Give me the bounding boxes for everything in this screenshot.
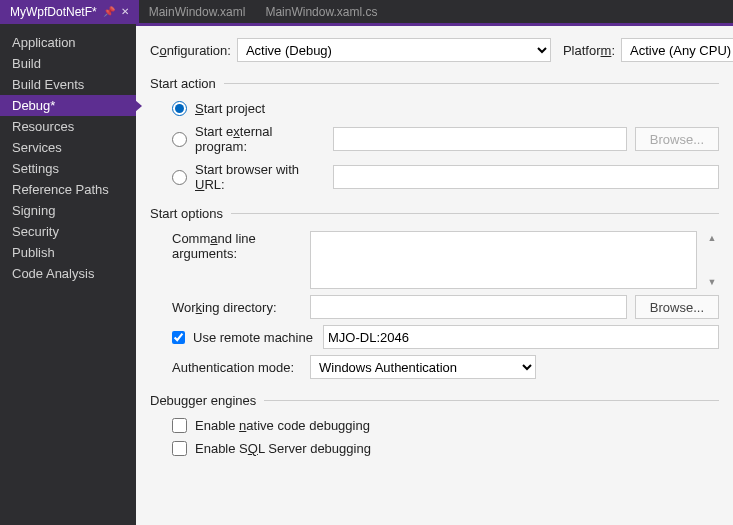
external-program-browse-button[interactable]: Browse... — [635, 127, 719, 151]
tab-label: MyWpfDotNetF* — [10, 5, 97, 19]
browser-url-input[interactable] — [333, 165, 719, 189]
scroll-up-icon[interactable]: ▲ — [705, 231, 719, 245]
start-project-label: Start project — [195, 101, 265, 116]
document-tabs: MyWpfDotNetF* 📌 ✕ MainWindow.xaml MainWi… — [0, 0, 733, 24]
tab-label: MainWindow.xaml.cs — [265, 5, 377, 19]
start-external-program-radio[interactable] — [172, 132, 187, 147]
sidebar-item-services[interactable]: Services — [0, 137, 136, 158]
enable-sql-debugging-label: Enable SQL Server debugging — [195, 441, 371, 456]
sidebar-item-debug[interactable]: Debug* — [0, 95, 136, 116]
working-directory-label: Working directory: — [172, 300, 302, 315]
auth-mode-select[interactable]: Windows Authentication — [310, 355, 536, 379]
close-icon[interactable]: ✕ — [121, 6, 129, 17]
sidebar-item-reference-paths[interactable]: Reference Paths — [0, 179, 136, 200]
pin-icon[interactable]: 📌 — [103, 6, 115, 17]
properties-sidebar: Application Build Build Events Debug* Re… — [0, 24, 136, 525]
start-external-program-label: Start external program: — [195, 124, 325, 154]
enable-native-debugging-checkbox[interactable] — [172, 418, 187, 433]
platform-label: Platform: — [563, 43, 615, 58]
sidebar-item-publish[interactable]: Publish — [0, 242, 136, 263]
cmd-args-label: Command line arguments: — [172, 231, 302, 261]
sidebar-item-resources[interactable]: Resources — [0, 116, 136, 137]
tab-label: MainWindow.xaml — [149, 5, 246, 19]
configuration-label: Configuration: — [150, 43, 231, 58]
section-debugger-engines: Debugger engines — [150, 393, 719, 408]
start-project-radio[interactable] — [172, 101, 187, 116]
use-remote-machine-label: Use remote machine — [193, 330, 315, 345]
platform-select[interactable]: Active (Any CPU) — [621, 38, 733, 62]
sidebar-item-security[interactable]: Security — [0, 221, 136, 242]
scroll-down-icon[interactable]: ▼ — [705, 275, 719, 289]
use-remote-machine-checkbox[interactable] — [172, 331, 185, 344]
tab-mainwindow-xaml-cs[interactable]: MainWindow.xaml.cs — [255, 0, 387, 23]
sidebar-item-application[interactable]: Application — [0, 32, 136, 53]
configuration-select[interactable]: Active (Debug) — [237, 38, 551, 62]
enable-sql-debugging-checkbox[interactable] — [172, 441, 187, 456]
remote-machine-input[interactable] — [323, 325, 719, 349]
cmd-args-textarea[interactable] — [310, 231, 697, 289]
tab-mainwindow-xaml[interactable]: MainWindow.xaml — [139, 0, 256, 23]
sidebar-item-build-events[interactable]: Build Events — [0, 74, 136, 95]
debug-properties-panel: Configuration: Active (Debug) Platform: … — [136, 24, 733, 525]
section-start-options: Start options — [150, 206, 719, 221]
external-program-path-input[interactable] — [333, 127, 627, 151]
enable-native-debugging-label: Enable native code debugging — [195, 418, 370, 433]
start-browser-label: Start browser with URL: — [195, 162, 325, 192]
sidebar-item-build[interactable]: Build — [0, 53, 136, 74]
start-browser-radio[interactable] — [172, 170, 187, 185]
working-directory-input[interactable] — [310, 295, 627, 319]
section-start-action: Start action — [150, 76, 719, 91]
sidebar-item-signing[interactable]: Signing — [0, 200, 136, 221]
working-directory-browse-button[interactable]: Browse... — [635, 295, 719, 319]
auth-mode-label: Authentication mode: — [172, 360, 302, 375]
sidebar-item-settings[interactable]: Settings — [0, 158, 136, 179]
tab-project-properties[interactable]: MyWpfDotNetF* 📌 ✕ — [0, 0, 139, 23]
sidebar-item-code-analysis[interactable]: Code Analysis — [0, 263, 136, 284]
